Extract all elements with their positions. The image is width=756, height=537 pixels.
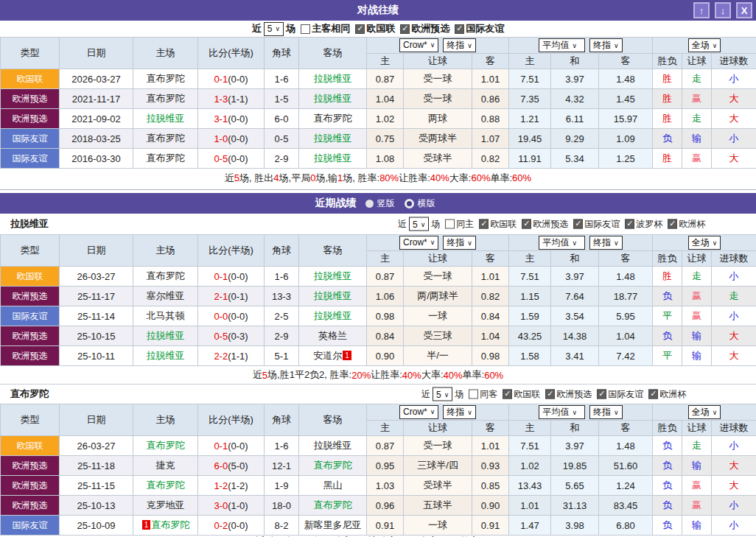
average-select[interactable]: 平均值∨ (539, 405, 585, 419)
home-team-cell: 直布罗陀 (133, 89, 198, 109)
final-odds-select2[interactable]: 终指∨ (589, 236, 623, 250)
move-up-button[interactable]: ↑ (693, 2, 710, 18)
average-select[interactable]: 平均值∨ (539, 38, 585, 52)
result-handicap-cell: 赢 (682, 306, 712, 326)
result-goals-cell: 走 (712, 287, 756, 306)
summary-segment: 场,平局 (279, 172, 311, 185)
match-row: 欧洲预选2021-11-17直布罗陀1-3(1-1)1-5拉脱维亚1.04受一球… (1, 89, 756, 109)
avg-draw-cell: 9.29 (551, 129, 599, 149)
result-wl-cell: 负 (653, 436, 682, 456)
odds-home-cell: 1.04 (367, 89, 404, 109)
corner-cell: 1-6 (265, 267, 299, 287)
avg-home-cell: 43.25 (509, 326, 551, 346)
odds-away-cell: 0.86 (472, 89, 509, 109)
h2h-count-select[interactable]: 5∨ (264, 22, 284, 36)
odds-home-cell: 1.06 (367, 287, 404, 306)
col-score: 比分(半场) (198, 235, 265, 267)
checked-checkbox-icon[interactable] (545, 390, 555, 399)
selected-radio-icon[interactable] (405, 199, 414, 208)
checked-checkbox-icon[interactable] (503, 390, 512, 399)
bookmaker-select[interactable]: Crow*∨ (399, 405, 438, 419)
avg-draw-cell: 14.38 (551, 326, 599, 346)
final-odds-select2[interactable]: 终指∨ (589, 405, 623, 419)
arrow-up-icon: ↑ (699, 5, 704, 16)
avg-draw-cell: 19.85 (551, 456, 599, 476)
match-row: 欧国联26-03-27直布罗陀0-1(0-0)1-6拉脱维亚0.87受一球1.0… (1, 436, 756, 456)
final-odds-select[interactable]: 终指∨ (443, 38, 476, 52)
summary-segment: 场, 胜率: (343, 172, 379, 185)
away-team-cell: 直布罗陀 (299, 496, 367, 516)
checked-checkbox-icon[interactable] (522, 220, 531, 229)
result-goals-cell: 小 (712, 306, 756, 326)
checkbox-label: 国际友谊 (466, 22, 504, 35)
home-team-cell: 塞尔维亚 (133, 287, 198, 306)
chevron-down-icon: ∨ (421, 220, 426, 228)
score-cell: 3-0(1-0) (198, 496, 265, 516)
home-team-cell: 捷克 (133, 456, 198, 476)
avg-draw-cell: 31.13 (551, 496, 599, 516)
games-label: 场 (431, 218, 440, 231)
final-odds-select2[interactable]: 终指∨ (589, 38, 623, 52)
bookmaker-select[interactable]: Crow*∨ (399, 38, 438, 52)
checked-checkbox-icon[interactable] (648, 390, 658, 399)
match-date-cell: 2021-11-17 (60, 89, 133, 109)
scope-select[interactable]: 全场∨ (688, 405, 721, 419)
unselected-radio-icon[interactable] (365, 200, 374, 208)
checked-checkbox-icon[interactable] (355, 24, 365, 34)
score-cell: 0-5(0-3) (198, 326, 265, 346)
scope-select[interactable]: 全场∨ (688, 236, 721, 250)
match-type-cell: 国际友谊 (1, 306, 60, 326)
result-wl-cell: 胜 (653, 69, 682, 89)
result-wl-cell: 负 (653, 496, 682, 516)
latvia-count-select[interactable]: 5∨ (409, 217, 429, 231)
checked-checkbox-icon[interactable] (668, 220, 677, 229)
latvia-summary: 近5场,胜1平2负2, 胜率:20% 让胜率:40% 大率:40% 单率:60% (0, 366, 756, 384)
col-result-handicap: 让球 (682, 54, 712, 69)
match-date-cell: 25-10-09 (60, 516, 133, 536)
home-team-cell: 拉脱维亚 (133, 346, 198, 366)
final-odds-select[interactable]: 终指∨ (443, 236, 476, 250)
summary-segment: 40% (402, 370, 421, 381)
match-date-cell: 26-03-27 (60, 267, 133, 287)
checked-checkbox-icon[interactable] (597, 390, 606, 399)
avg-away-cell: 1.48 (599, 436, 653, 456)
col-result-wl: 胜负 (653, 421, 682, 436)
match-date-cell: 25-11-14 (60, 306, 133, 326)
close-button[interactable]: X (736, 2, 752, 18)
col-avg-away: 客 (599, 421, 653, 436)
checked-checkbox-icon[interactable] (400, 24, 410, 34)
unchecked-checkbox-icon[interactable] (445, 220, 455, 229)
final-odds-select[interactable]: 终指∨ (443, 405, 476, 419)
average-select[interactable]: 平均值∨ (539, 236, 585, 250)
avg-away-cell: 5.95 (599, 306, 653, 326)
move-down-button[interactable]: ↓ (715, 2, 731, 18)
checked-checkbox-icon[interactable] (625, 220, 634, 229)
chevron-down-icon: ∨ (430, 408, 435, 415)
result-handicap-cell: 输 (682, 346, 712, 366)
avg-draw-cell: 6.11 (551, 109, 599, 129)
gibraltar-count-select[interactable]: 5∨ (433, 387, 452, 401)
unchecked-checkbox-icon[interactable] (469, 390, 478, 399)
match-type-cell: 欧国联 (1, 69, 60, 89)
checked-checkbox-icon[interactable] (455, 24, 464, 34)
away-team-cell: 拉脱维亚 (299, 306, 367, 326)
checked-checkbox-icon[interactable] (479, 220, 489, 229)
match-row: 欧洲预选25-11-18捷克6-0(5-0)12-1直布罗陀0.95三球半/四0… (1, 456, 756, 476)
col-date: 日期 (60, 235, 133, 267)
result-goals-cell: 大 (712, 456, 756, 476)
odds-home-cell: 1.03 (367, 476, 404, 496)
result-goals-cell: 小 (712, 496, 756, 516)
bookmaker-select[interactable]: Crow*∨ (399, 236, 438, 250)
unchecked-checkbox-icon[interactable] (301, 24, 310, 34)
col-away: 客场 (299, 38, 367, 69)
col-avg-home: 主 (509, 54, 551, 69)
checkbox-label: 欧国联 (514, 388, 540, 401)
gibraltar-table: 类型 日期 主场 比分(半场) 角球 客场 Crow*∨终指∨ 平均值∨终指∨ … (0, 404, 756, 536)
home-team-cell: 拉脱维亚 (133, 109, 198, 129)
odds-handicap-cell: 受一球 (404, 267, 472, 287)
avg-home-cell: 1.01 (509, 496, 551, 516)
summary-segment: 大率: (421, 368, 444, 382)
scope-select[interactable]: 全场∨ (688, 38, 721, 52)
result-wl-cell: 负 (653, 129, 682, 149)
checked-checkbox-icon[interactable] (573, 220, 583, 229)
